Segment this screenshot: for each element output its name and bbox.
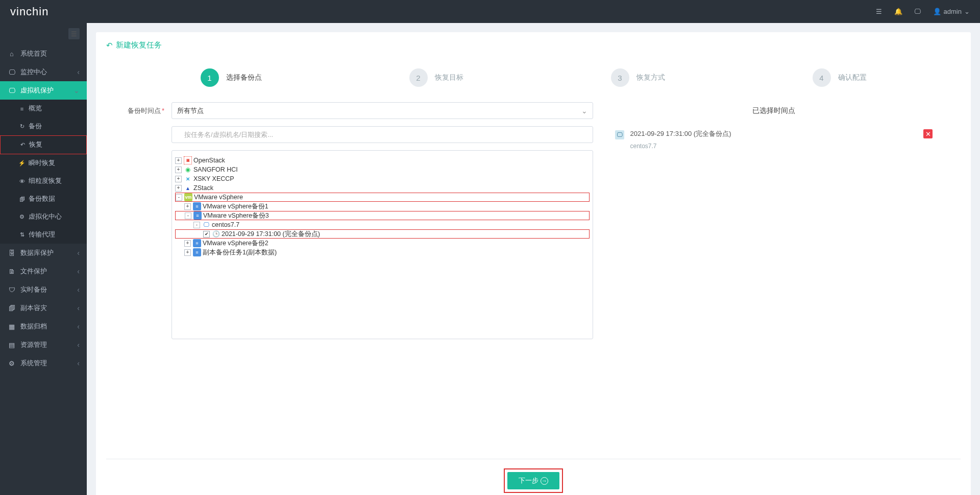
nav-replica[interactable]: 🗐副本容灾	[0, 299, 87, 317]
nav-sub-proxy[interactable]: ⇅传输代理	[0, 226, 87, 244]
clock-icon: 🕒	[212, 230, 220, 238]
backup-task-icon: ≡	[193, 248, 201, 256]
nav-sub-granular[interactable]: 👁细粒度恢复	[0, 172, 87, 190]
flash-icon: ⚡	[18, 160, 26, 167]
nav-sub-restore[interactable]: ↶恢复	[0, 135, 87, 154]
vm-icon: 🖵	[202, 221, 210, 229]
nav-label: 资源管理	[20, 340, 47, 349]
tree-node-sangfor[interactable]: +◉SANGFOR HCI	[175, 165, 590, 174]
nav-label: 系统首页	[20, 49, 47, 58]
tree-node-vmw-b1[interactable]: +≡VMware vSphere备份1	[175, 202, 590, 211]
page-title: 新建恢复任务	[116, 40, 162, 50]
sidebar-toggle-button[interactable]: ☰	[68, 28, 80, 39]
database-icon: 🗄	[7, 249, 16, 257]
nav-sub-virtcenter[interactable]: ⚙虚拟化中心	[0, 208, 87, 226]
settings-icon: ⚙	[7, 360, 16, 367]
expand-icon[interactable]: +	[175, 157, 182, 164]
step-num: 4	[813, 68, 831, 87]
step-label: 恢复目标	[435, 73, 463, 82]
zstack-icon: ▲	[184, 184, 192, 192]
nav-db[interactable]: 🗄数据库保护	[0, 244, 87, 262]
nav-label: 实时备份	[20, 285, 47, 294]
panel-header[interactable]: ↶ 新建恢复任务	[106, 32, 961, 58]
step-3[interactable]: 3 恢复方式	[611, 68, 665, 87]
tree-node-vmw-b3[interactable]: -≡VMware vSphere备份3	[175, 211, 590, 220]
field-label-backup-point: 备份时间点*	[127, 106, 172, 115]
checkbox-checked-icon[interactable]	[203, 231, 210, 238]
step-label: 选择备份点	[226, 73, 262, 82]
tree-node-vmware[interactable]: -vmVMware vSphere	[175, 193, 590, 202]
main-content: ↶ 新建恢复任务 1 选择备份点 2 恢复目标 3 恢复方式 4 确认配置	[87, 23, 980, 495]
sidebar-toggle-wrap: ☰	[0, 23, 87, 44]
nav-sub-backup[interactable]: ↻备份	[0, 117, 87, 135]
tree-node-xsky[interactable]: +✕XSKY XECCP	[175, 174, 590, 183]
expand-icon[interactable]: +	[175, 185, 182, 192]
home-icon: ⌂	[7, 50, 16, 58]
selected-title: 已选择时间点	[607, 102, 941, 123]
step-1[interactable]: 1 选择备份点	[201, 68, 262, 87]
search-input[interactable]: 按任务名/虚拟机名/日期搜索...	[172, 126, 593, 143]
next-button[interactable]: 下一步	[507, 472, 559, 489]
nav-label: 恢复	[29, 140, 42, 149]
back-icon: ↶	[106, 41, 113, 50]
tree-node-openstack[interactable]: +▣OpenStack	[175, 156, 590, 165]
nav-label: 备份	[29, 122, 42, 131]
step-4[interactable]: 4 确认配置	[813, 68, 867, 87]
nav-resource[interactable]: ▤资源管理	[0, 336, 87, 354]
backup-task-icon: ≡	[193, 239, 201, 247]
wizard-footer: 下一步	[106, 459, 961, 493]
grid-icon: ▤	[7, 341, 16, 349]
expand-icon[interactable]: +	[184, 240, 191, 247]
archive-icon: ▦	[7, 323, 16, 331]
screen-icon[interactable]: 🖵	[914, 8, 922, 16]
nav-realtime[interactable]: 🛡实时备份	[0, 280, 87, 299]
list-icon[interactable]: ☰	[875, 8, 883, 16]
vm-icon: 🖵	[615, 130, 624, 139]
expand-icon[interactable]: +	[175, 176, 182, 182]
copy-icon: 🗐	[18, 196, 26, 202]
nav-system[interactable]: ⚙系统管理	[0, 354, 87, 372]
nav-vm-sub: ≡概览 ↻备份 ↶恢复 ⚡瞬时恢复 👁细粒度恢复 🗐备份数据 ⚙虚拟化中心 ⇅传…	[0, 100, 87, 244]
nav-label: 概览	[29, 104, 42, 113]
tree-node-centos[interactable]: -🖵centos7.7	[175, 220, 590, 229]
backup-task-icon: ≡	[193, 202, 201, 210]
tree-node-zstack[interactable]: +▲ZStack	[175, 183, 590, 193]
node-select[interactable]: 所有节点	[172, 102, 593, 119]
sidebar: ☰ ⌂ 系统首页 🖵 监控中心 🖵 虚拟机保护 ≡概览 ↻备份 ↶恢复 ⚡瞬时恢…	[0, 23, 87, 495]
bell-icon[interactable]: 🔔	[894, 8, 902, 16]
selected-item: 🖵 2021-09-29 17:31:00 (完全备份点) centos7.7 …	[607, 123, 941, 156]
nav-vm-protect[interactable]: 🖵 虚拟机保护	[0, 81, 87, 100]
step-2[interactable]: 2 恢复目标	[409, 68, 463, 87]
remove-selected-button[interactable]: ✕	[923, 129, 933, 138]
display-icon: 🖵	[7, 87, 16, 95]
nav-sub-data[interactable]: 🗐备份数据	[0, 190, 87, 208]
nav-sub-instant[interactable]: ⚡瞬时恢复	[0, 154, 87, 172]
user-menu[interactable]: 👤 admin ⌄	[933, 8, 970, 15]
nav-archive[interactable]: ▦数据归档	[0, 317, 87, 336]
tree-node-replica[interactable]: +≡副本备份任务1(副本数据)	[175, 248, 590, 257]
next-button-highlight: 下一步	[504, 468, 563, 493]
expand-icon[interactable]: +	[184, 249, 191, 256]
nav-label: 瞬时恢复	[29, 159, 55, 168]
expand-icon[interactable]: +	[175, 167, 182, 173]
wizard-panel: ↶ 新建恢复任务 1 选择备份点 2 恢复目标 3 恢复方式 4 确认配置	[96, 32, 971, 495]
wizard-steps: 1 选择备份点 2 恢复目标 3 恢复方式 4 确认配置	[106, 58, 961, 102]
sangfor-icon: ◉	[184, 166, 192, 174]
monitor-icon: 🖵	[7, 68, 16, 76]
nav-monitor[interactable]: 🖵 监控中心	[0, 63, 87, 81]
collapse-icon[interactable]: -	[193, 222, 200, 228]
tree-node-vmw-b2[interactable]: +≡VMware vSphere备份2	[175, 239, 590, 248]
step-label: 确认配置	[838, 73, 867, 82]
eye-icon: 👁	[18, 178, 26, 184]
nav-sub-overview[interactable]: ≡概览	[0, 100, 87, 117]
tree-node-point[interactable]: 🕒2021-09-29 17:31:00 (完全备份点)	[175, 229, 590, 239]
selected-points-column: 已选择时间点 🖵 2021-09-29 17:31:00 (完全备份点) cen…	[607, 102, 941, 346]
expand-icon[interactable]: +	[184, 203, 191, 210]
step-num: 3	[611, 68, 629, 87]
collapse-icon[interactable]: -	[185, 213, 191, 219]
nav-home[interactable]: ⌂ 系统首页	[0, 44, 87, 63]
backup-task-icon: ≡	[193, 211, 202, 220]
collapse-icon[interactable]: -	[176, 194, 182, 201]
nav-label: 备份数据	[29, 195, 55, 203]
nav-file[interactable]: 🗎文件保护	[0, 262, 87, 280]
